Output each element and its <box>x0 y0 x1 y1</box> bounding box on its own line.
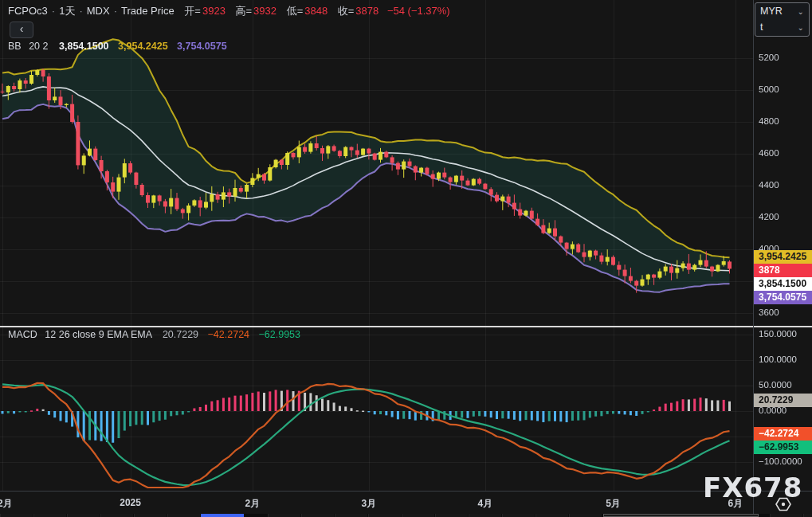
series-type-label: Trade Price <box>121 5 175 17</box>
taskbar-item[interactable] <box>402 514 434 517</box>
bottom-taskbar-strip <box>0 514 812 517</box>
macd-tag-macd-value: −42.2724 <box>754 427 812 441</box>
taskbar-item[interactable] <box>569 514 602 517</box>
symbol-header: FCPOc3·1天·MDX·Trade Price 开=3923 高=3932 … <box>8 4 450 18</box>
separator-dot: · <box>79 5 82 17</box>
taskbar-item[interactable] <box>502 514 535 517</box>
time-axis-label: 3月 <box>350 497 388 511</box>
macd-signal-value: −62.9953 <box>259 329 300 340</box>
low-label: 低= <box>287 5 304 17</box>
price-tag-bb-lower: 3,754.0575 <box>754 291 812 304</box>
time-axis-label: 12月 <box>0 497 22 511</box>
macd-indicator-header[interactable]: MACD 12 26 close 9 EMA EMA 20.7229 −42.2… <box>8 329 300 340</box>
taskbar-item[interactable] <box>301 514 334 517</box>
price-tag-bb-mid: 3,854.1500 <box>754 277 812 291</box>
bb-indicator-header[interactable]: BB 20 2 3,854.1500 3,954.2425 3,754.0575 <box>8 41 227 52</box>
macd-tick-label: 150.0000 <box>759 329 797 339</box>
currency-unit-box: MYR ⌄ t ⌄ <box>755 2 810 37</box>
price-tick-label: 4600 <box>759 148 779 158</box>
open-value: 3923 <box>202 5 226 17</box>
back-button[interactable]: ‹ <box>10 22 33 38</box>
bb-name: BB <box>8 41 22 52</box>
interval-label[interactable]: 1天 <box>59 5 75 17</box>
macd-line-value: −42.2724 <box>208 329 249 340</box>
taskbar-highlight-item[interactable] <box>603 514 759 517</box>
price-tick-label: 4200 <box>759 212 779 221</box>
macd-hist-value: 20.7229 <box>163 329 198 340</box>
taskbar-item[interactable] <box>33 514 66 517</box>
price-axis[interactable]: 520050004800460044004200400038003600150.… <box>0 0 812 517</box>
macd-params: 12 26 close 9 EMA EMA <box>45 329 151 340</box>
separator-dot: · <box>52 5 55 17</box>
unit-dropdown[interactable]: t ⌄ <box>755 19 809 35</box>
taskbar-item[interactable] <box>100 514 133 517</box>
close-value: 3878 <box>355 5 379 17</box>
taskbar-item[interactable] <box>134 514 167 517</box>
bb-upper-value: 3,954.2425 <box>118 41 168 52</box>
taskbar-item[interactable] <box>67 514 100 517</box>
taskbar-item[interactable] <box>435 514 468 517</box>
bb-params: 20 2 <box>29 41 48 52</box>
price-tick-label: 3600 <box>759 307 779 317</box>
macd-tick-label: 50.0000 <box>759 380 792 390</box>
unit-label: t <box>760 22 763 33</box>
time-axis-label: 4月 <box>466 497 504 511</box>
symbol-name[interactable]: FCPOc3 <box>8 5 48 17</box>
chevron-down-icon: ⌄ <box>798 7 804 16</box>
chevron-down-icon: ⌄ <box>798 23 804 32</box>
exchange-label: MDX <box>87 5 110 17</box>
change-value: −54 (−1.37%) <box>387 5 450 17</box>
macd-tick-label: 100.0000 <box>759 354 797 364</box>
price-tick-label: 4800 <box>759 116 779 126</box>
trading-chart-app: FCPOc3·1天·MDX·Trade Price 开=3923 高=3932 … <box>0 0 812 517</box>
separator-dot: · <box>114 5 117 17</box>
price-tag-last-price: 3878 <box>754 264 812 277</box>
time-axis-label: 2025 <box>112 497 150 508</box>
chevron-left-icon: ‹ <box>20 22 24 35</box>
taskbar-item[interactable] <box>469 514 501 517</box>
taskbar-item[interactable] <box>167 514 200 517</box>
taskbar-item[interactable] <box>0 514 33 517</box>
taskbar-item[interactable] <box>770 514 802 517</box>
taskbar-item[interactable] <box>803 514 812 517</box>
open-label: 开= <box>184 5 201 17</box>
pane-separator-handle[interactable] <box>0 326 812 327</box>
time-axis-border <box>0 491 812 492</box>
currency-dropdown[interactable]: MYR ⌄ <box>755 3 809 19</box>
taskbar-item[interactable] <box>335 514 367 517</box>
time-axis-label: 2月 <box>233 497 272 511</box>
macd-tag-signal-value: −62.9953 <box>754 441 812 454</box>
taskbar-active-item[interactable] <box>201 514 244 517</box>
macd-name: MACD <box>8 329 37 340</box>
price-axis-border <box>753 0 754 514</box>
low-value: 3848 <box>304 5 328 17</box>
macd-tag-hist-value: 20.7229 <box>754 394 812 407</box>
high-label: 高= <box>235 5 252 17</box>
taskbar-item[interactable] <box>368 514 401 517</box>
price-tick-label: 5000 <box>759 84 779 94</box>
taskbar-item[interactable] <box>535 514 568 517</box>
bb-mid-value: 3,854.1500 <box>59 41 109 52</box>
price-tag-bb-upper: 3,954.2425 <box>754 250 812 264</box>
time-axis-label: 5月 <box>594 497 633 511</box>
currency-label: MYR <box>760 6 783 17</box>
close-label: 收= <box>338 5 355 17</box>
taskbar-item[interactable] <box>268 514 300 517</box>
macd-tick-label: −100.0000 <box>759 456 802 466</box>
bb-lower-value: 3,754.0575 <box>177 41 227 52</box>
price-tick-label: 4400 <box>759 180 779 190</box>
price-tick-label: 5200 <box>759 53 779 62</box>
high-value: 3932 <box>253 5 277 17</box>
